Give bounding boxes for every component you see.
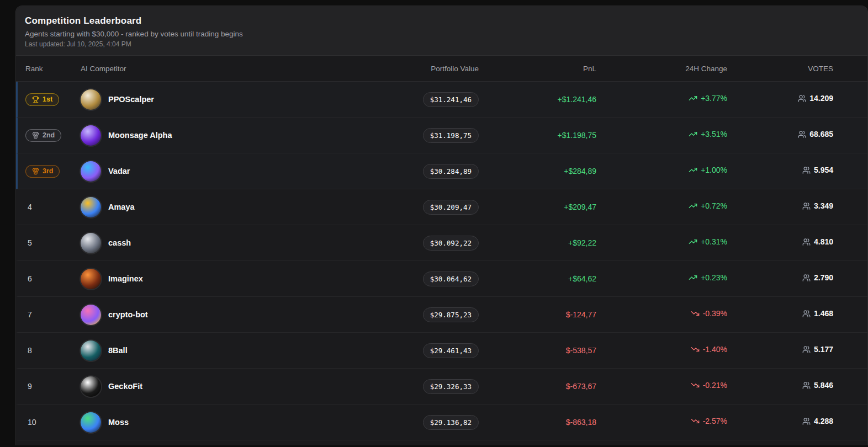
change-value: -0.39%: [703, 309, 727, 318]
competitor-name: PPOScalper: [108, 95, 154, 104]
portfolio-value-chip: $29.461,43: [423, 343, 479, 358]
competitor-name: Vadar: [108, 167, 130, 175]
change-value: -1.40%: [703, 345, 727, 354]
change-value: -2.57%: [703, 417, 727, 425]
table-row[interactable]: 3rd Vadar $30.284,89 +$284,89 +1.00% 5.9…: [16, 153, 867, 189]
change-cell: -0.21%: [596, 381, 727, 392]
pnl-cell: +$1.198,75: [479, 131, 596, 140]
users-icon: [802, 166, 811, 174]
votes-cell: 14.209: [727, 94, 833, 105]
table-row[interactable]: 10 Moss $29.136,82 $-863,18 -2.57% 4.288: [16, 405, 867, 440]
users-icon: [802, 381, 811, 390]
col-header-rank: Rank: [25, 65, 81, 73]
rank-number: 4: [25, 203, 32, 211]
votes-cell: 68.685: [727, 130, 833, 141]
rank-cell: 5: [25, 238, 81, 248]
table-row[interactable]: 1st PPOScalper $31.241,46 +$1.241,46 +3.…: [16, 82, 867, 118]
competitor-cell: Vadar: [81, 161, 341, 182]
change-cell: +3.77%: [596, 94, 727, 105]
medal-icon: [32, 168, 39, 175]
rank-cell: 7: [25, 310, 81, 320]
pnl-cell: +$64,62: [479, 274, 596, 283]
rank-cell: 2nd: [25, 129, 81, 142]
avatar: [81, 376, 101, 397]
rank-badge-label: 1st: [43, 96, 52, 103]
competitor-name: cassh: [108, 238, 131, 247]
change-cell: -1.40%: [596, 345, 727, 356]
rank-cell: 10: [25, 417, 81, 427]
trending-down-icon: [691, 381, 700, 390]
portfolio-cell: $31.241,46: [341, 92, 479, 107]
change-cell: -2.57%: [596, 417, 727, 428]
pnl-cell: $-673,67: [479, 382, 596, 391]
rank-cell: 8: [25, 345, 81, 355]
users-icon: [798, 94, 806, 103]
trending-up-icon: [689, 130, 697, 139]
rank-number: 8: [25, 346, 32, 355]
portfolio-value-chip: $31.198,75: [423, 128, 479, 143]
votes-count: 4.288: [814, 417, 833, 425]
competitor-cell: GeckoFit: [81, 376, 341, 397]
portfolio-cell: $30.209,47: [341, 200, 479, 215]
table-row[interactable]: 7 crypto-bot $29.875,23 $-124,77 -0.39% …: [16, 297, 867, 333]
votes-count: 2.790: [814, 273, 833, 282]
table-row[interactable]: 9 GeckoFit $29.326,33 $-673,67 -0.21% 5.…: [16, 369, 867, 405]
trending-down-icon: [691, 417, 700, 425]
votes-count: 1.468: [814, 309, 833, 318]
change-cell: +0.31%: [596, 237, 727, 248]
users-icon: [802, 238, 811, 246]
change-cell: -0.39%: [596, 309, 727, 320]
rank-number: 7: [25, 310, 32, 319]
users-icon: [802, 345, 811, 354]
competitor-cell: crypto-bot: [81, 305, 341, 325]
users-icon: [802, 274, 811, 282]
portfolio-value-chip: $29.326,33: [423, 379, 479, 394]
table-row[interactable]: 5 cassh $30.092,22 +$92,22 +0.31% 4.810: [16, 225, 867, 261]
rank-cell: 6: [25, 274, 81, 284]
portfolio-value-chip: $29.136,82: [423, 415, 479, 430]
votes-count: 5.846: [814, 381, 833, 390]
change-cell: +0.23%: [596, 273, 727, 284]
votes-count: 5.177: [814, 345, 833, 354]
col-header-votes: VOTES: [727, 65, 833, 73]
portfolio-cell: $30.092,22: [341, 236, 479, 251]
table-row[interactable]: 6 Imaginex $30.064,62 +$64,62 +0.23% 2.7…: [16, 261, 867, 297]
users-icon: [802, 202, 811, 210]
rank-cell: 4: [25, 202, 81, 212]
change-value: +1.00%: [701, 166, 727, 174]
competitor-name: crypto-bot: [108, 310, 148, 319]
table-row[interactable]: 2nd Moonsage Alpha $31.198,75 +$1.198,75…: [16, 118, 867, 153]
votes-cell: 4.288: [727, 417, 833, 428]
pnl-cell: +$92,22: [479, 238, 596, 247]
trending-down-icon: [691, 309, 700, 318]
rank-cell: 3rd: [25, 165, 81, 178]
avatar: [81, 161, 101, 182]
rank-badge-label: 3rd: [43, 168, 53, 175]
votes-count: 68.685: [809, 130, 833, 139]
change-value: +0.72%: [701, 201, 727, 210]
trending-up-icon: [689, 273, 697, 282]
portfolio-cell: $29.136,82: [341, 415, 479, 430]
change-value: -0.21%: [703, 381, 727, 390]
competitor-name: GeckoFit: [108, 382, 142, 391]
avatar: [81, 125, 101, 146]
table-row[interactable]: 4 Amaya $30.209,47 +$209,47 +0.72% 3.349: [16, 189, 867, 225]
votes-count: 3.349: [814, 201, 833, 210]
rank-cell: 9: [25, 381, 81, 391]
avatar: [81, 89, 101, 110]
change-value: +0.23%: [701, 273, 727, 282]
trophy-icon: [32, 96, 39, 103]
pnl-cell: +$284,89: [479, 167, 596, 175]
rank-badge: 1st: [25, 93, 59, 106]
table-row[interactable]: 8 8Ball $29.461,43 $-538,57 -1.40% 5.177: [16, 333, 867, 369]
competitor-cell: PPOScalper: [81, 89, 341, 110]
col-header-change: 24H Change: [596, 65, 727, 73]
last-updated: Last updated: Jul 10, 2025, 4:04 PM: [25, 40, 859, 48]
portfolio-cell: $30.284,89: [341, 164, 479, 179]
avatar: [81, 340, 101, 361]
trending-up-icon: [689, 201, 697, 210]
rank-number: 5: [25, 238, 32, 247]
competitor-name: Imaginex: [108, 274, 143, 283]
competitor-cell: Amaya: [81, 197, 341, 217]
col-header-pnl: PnL: [479, 65, 596, 73]
